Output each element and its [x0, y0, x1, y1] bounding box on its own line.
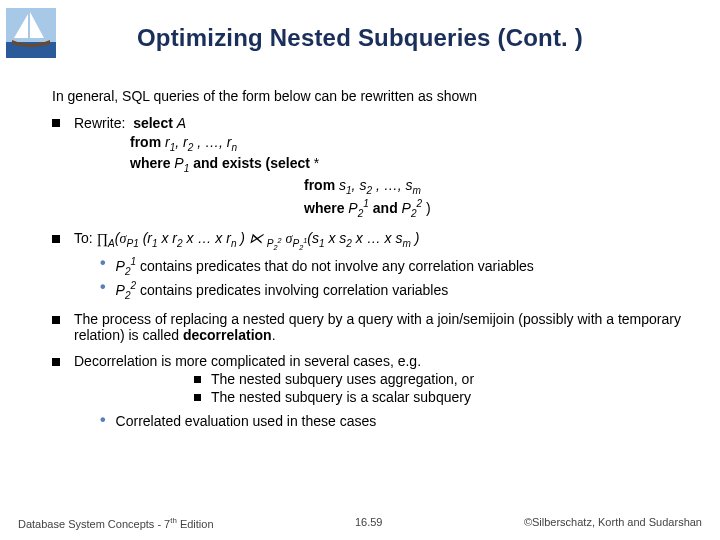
rel-rn: , …, rn	[193, 134, 237, 150]
decor-intro: Decorrelation is more complicated in sev…	[74, 353, 688, 369]
kw-and: and	[369, 200, 402, 216]
nested-agg: The nested subquery uses aggregation, or	[194, 371, 688, 387]
bullet-rewrite: Rewrite: select A from r1, r2 , …, rn wh…	[52, 114, 688, 220]
sailboat-logo	[6, 8, 56, 58]
rel-r1: r1	[165, 134, 175, 150]
square-bullet-icon	[52, 119, 60, 127]
footer-left: Database System Concepts - 7th Edition	[18, 516, 214, 530]
footer-mid: 16.59	[355, 516, 383, 530]
intro-text: In general, SQL queries of the form belo…	[52, 88, 688, 104]
square-bullet-icon	[194, 376, 201, 383]
rel-r2: , r2	[175, 134, 193, 150]
footer-right: ©Silberschatz, Korth and Sudarshan	[524, 516, 702, 530]
p21-text: contains predicates that do not involve …	[136, 258, 534, 274]
to-label: To:	[74, 230, 93, 246]
nested-scalar-text: The nested subquery is a scalar subquery	[211, 389, 471, 405]
var-A: A	[177, 115, 186, 131]
kw-from: from	[130, 134, 165, 150]
slide-title: Optimizing Nested Subqueries (Cont. )	[0, 0, 720, 52]
dot-bullet-icon: •	[100, 413, 106, 427]
period: .	[272, 327, 276, 343]
rel-s1: s1	[339, 177, 352, 193]
rewrite-label: Rewrite:	[74, 115, 125, 131]
process-text: The process of replacing a nested query …	[74, 311, 681, 343]
bullet-process: The process of replacing a nested query …	[52, 311, 688, 343]
lbl-P22: P22	[116, 282, 137, 298]
close-paren: )	[422, 200, 431, 216]
kw-where2: where	[304, 200, 348, 216]
rel-s2: , s2	[352, 177, 372, 193]
kw-select: select	[133, 115, 177, 131]
slide-footer: Database System Concepts - 7th Edition 1…	[0, 516, 720, 530]
ra-expression: ∏A(σP1 (r1 x r2 x … x rn ) ⋉ P22 σP21(s1…	[97, 230, 420, 246]
nested-scalar: The nested subquery is a scalar subquery	[194, 389, 688, 405]
p22-text: contains predicates involving correlatio…	[136, 282, 448, 298]
decorrelation-term: decorrelation	[183, 327, 272, 343]
square-bullet-icon	[52, 235, 60, 243]
kw-exists: and exists (select	[189, 155, 314, 171]
rel-sm: , …, sm	[372, 177, 421, 193]
pred-P22: P22	[402, 200, 423, 216]
sub-p21: • P21 contains predicates that do not in…	[100, 256, 688, 276]
bullet-decor: Decorrelation is more complicated in sev…	[52, 353, 688, 429]
kw-from2: from	[304, 177, 339, 193]
dot-bullet-icon: •	[100, 280, 106, 294]
dot-bullet-icon: •	[100, 256, 106, 270]
star: *	[314, 155, 319, 171]
bullet-to: To: ∏A(σP1 (r1 x r2 x … x rn ) ⋉ P22 σP2…	[52, 230, 688, 301]
square-bullet-icon	[52, 316, 60, 324]
square-bullet-icon	[194, 394, 201, 401]
kw-where: where	[130, 155, 174, 171]
pred-P1: P1	[174, 155, 189, 171]
pred-P21: P21	[348, 200, 369, 216]
sub-p22: • P22 contains predicates involving corr…	[100, 280, 688, 300]
sub-correlated: • Correlated evaluation used in these ca…	[100, 413, 688, 429]
slide-content: In general, SQL queries of the form belo…	[52, 88, 688, 439]
square-bullet-icon	[52, 358, 60, 366]
correlated-text: Correlated evaluation used in these case…	[116, 413, 377, 429]
nested-agg-text: The nested subquery uses aggregation, or	[211, 371, 474, 387]
lbl-P21: P21	[116, 258, 137, 274]
